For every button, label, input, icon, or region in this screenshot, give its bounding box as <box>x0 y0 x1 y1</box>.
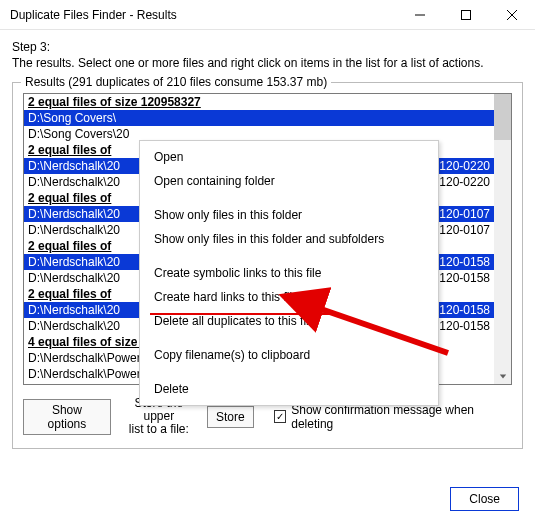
group-header: 2 equal files of size 120958327 <box>24 94 494 110</box>
svg-rect-1 <box>462 10 471 19</box>
maximize-button[interactable] <box>443 0 489 30</box>
annotation-underline <box>150 313 330 315</box>
context-menu-item[interactable]: Open containing folder <box>140 169 438 193</box>
context-menu-item[interactable]: Open <box>140 145 438 169</box>
context-menu-item[interactable]: Delete <box>140 377 438 401</box>
scroll-down-arrow[interactable] <box>494 367 511 384</box>
confirm-checkbox[interactable]: ✓ <box>274 410 287 423</box>
vertical-scrollbar[interactable] <box>494 94 511 384</box>
context-menu-item[interactable]: Show only files in this folder <box>140 203 438 227</box>
file-row[interactable]: D:\Song Covers\ <box>24 110 494 126</box>
dialog-footer: Close <box>450 487 519 511</box>
results-legend: Results (291 duplicates of 210 files con… <box>21 75 331 89</box>
scroll-thumb[interactable] <box>494 94 511 140</box>
context-menu-item[interactable]: Create hard links to this file <box>140 285 438 309</box>
step-heading: Step 3: <box>12 40 523 54</box>
window-title: Duplicate Files Finder - Results <box>10 8 397 22</box>
minimize-button[interactable] <box>397 0 443 30</box>
context-menu: OpenOpen containing folderShow only file… <box>139 140 439 406</box>
context-menu-item[interactable]: Create symbolic links to this file <box>140 261 438 285</box>
titlebar: Duplicate Files Finder - Results <box>0 0 535 30</box>
window-buttons <box>397 0 535 30</box>
close-window-button[interactable] <box>489 0 535 30</box>
svg-marker-4 <box>499 374 505 378</box>
show-options-button[interactable]: Show options <box>23 399 111 435</box>
store-button[interactable]: Store <box>207 406 254 428</box>
context-menu-item[interactable]: Copy filename(s) to clipboard <box>140 343 438 367</box>
confirm-label: Show confirmation message when deleting <box>291 403 512 431</box>
step-description: The results. Select one or more files an… <box>12 56 523 70</box>
context-menu-item[interactable]: Show only files in this folder and subfo… <box>140 227 438 251</box>
close-button[interactable]: Close <box>450 487 519 511</box>
